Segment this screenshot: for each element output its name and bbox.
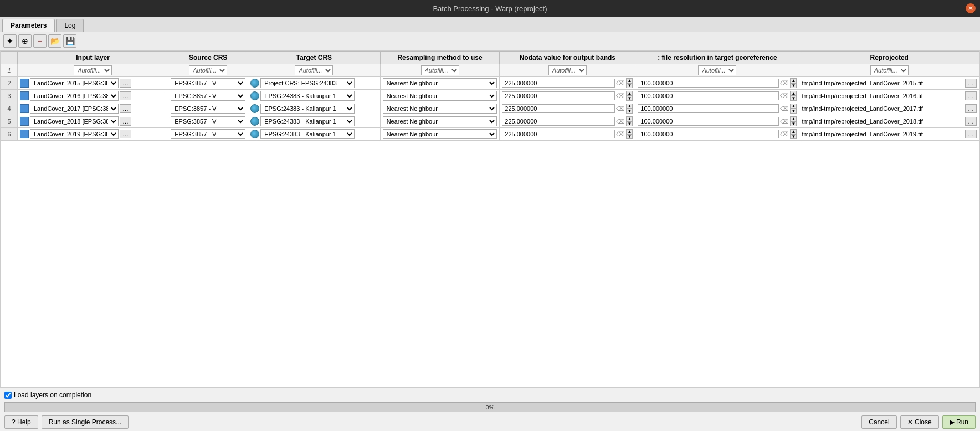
row6-source-crs-select[interactable]: EPSG:3857 - V [171, 129, 245, 139]
row4-resolution-clear[interactable]: ⌫ [780, 105, 789, 112]
add-row-button[interactable]: ✦ [3, 34, 17, 48]
row5-reprojected-browse[interactable]: … [965, 117, 977, 126]
row2-resolution[interactable]: ⌫ ▲ ▼ [635, 77, 799, 90]
row2-nodata-clear[interactable]: ⌫ [616, 80, 625, 87]
center-button[interactable]: ⊕ [18, 34, 32, 48]
row6-resolution-down[interactable]: ▼ [790, 134, 797, 139]
autofill-reprojected[interactable]: Autofill... [799, 64, 979, 77]
window-close-button[interactable]: ✕ [966, 3, 976, 13]
autofill-source-crs-select[interactable]: Autofill... [189, 65, 227, 75]
row6-resampling[interactable]: Nearest Neighbour [380, 128, 500, 141]
row2-resampling[interactable]: Nearest Neighbour [380, 77, 500, 90]
row3-reprojected-browse[interactable]: … [965, 91, 977, 100]
row2-resolution-down[interactable]: ▼ [790, 83, 797, 88]
autofill-resolution-select[interactable]: Autofill... [698, 65, 736, 75]
row5-nodata-down[interactable]: ▼ [626, 121, 633, 126]
row4-source-crs-select[interactable]: EPSG:3857 - V [171, 104, 245, 114]
row5-nodata-input[interactable] [502, 117, 615, 126]
row2-nodata-input[interactable] [502, 79, 615, 88]
row4-nodata-up[interactable]: ▲ [626, 104, 633, 109]
row2-reprojected[interactable]: tmp/ind-tmp/reprojected_LandCover_2015.t… [799, 77, 979, 90]
row2-nodata-down[interactable]: ▼ [626, 83, 633, 88]
close-button[interactable]: ✕ Close [900, 415, 939, 429]
row4-resolution-input[interactable] [638, 104, 779, 113]
row6-resampling-select[interactable]: Nearest Neighbour [383, 129, 497, 139]
run-single-process-button[interactable]: Run as Single Process... [42, 415, 129, 429]
row2-input-layer-select[interactable]: LandCover_2015 [EPSG:3857] [30, 78, 119, 88]
row3-input-layer[interactable]: LandCover_2016 [EPSG:3857] … [18, 90, 168, 102]
row4-nodata[interactable]: ⌫ ▲ ▼ [500, 102, 635, 115]
row2-source-crs-select[interactable]: EPSG:3857 - V [171, 78, 245, 88]
help-button[interactable]: ? Help [4, 415, 38, 429]
row4-resampling-select[interactable]: Nearest Neighbour [383, 104, 497, 114]
row5-input-layer-select[interactable]: LandCover_2018 [EPSG:3857] [30, 116, 119, 126]
row6-nodata[interactable]: ⌫ ▲ ▼ [500, 128, 635, 141]
row6-resolution-input[interactable] [638, 130, 779, 138]
row5-input-layer[interactable]: LandCover_2018 [EPSG:3857] … [18, 115, 168, 128]
autofill-nodata-select[interactable]: Autofill... [548, 65, 587, 75]
row3-target-crs[interactable]: EPSG:24383 - Kalianpur 1 [248, 90, 381, 102]
row3-nodata-down[interactable]: ▼ [626, 96, 633, 101]
row4-input-layer[interactable]: LandCover_2017 [EPSG:3857] … [18, 102, 168, 115]
row2-source-crs[interactable]: EPSG:3857 - V [168, 77, 248, 90]
row4-target-crs[interactable]: EPSG:24383 - Kalianpur 1 [248, 102, 381, 115]
row4-input-layer-select[interactable]: LandCover_2017 [EPSG:3857] [30, 104, 119, 114]
row5-source-crs[interactable]: EPSG:3857 - V [168, 115, 248, 128]
row5-target-crs-select[interactable]: EPSG:24383 - Kalianpur 1 [260, 116, 355, 126]
row3-resampling-select[interactable]: Nearest Neighbour [383, 91, 497, 101]
row3-nodata[interactable]: ⌫ ▲ ▼ [500, 90, 635, 102]
load-layers-label[interactable]: Load layers on completion [4, 391, 91, 399]
row4-resolution-down[interactable]: ▼ [790, 109, 797, 114]
row6-nodata-clear[interactable]: ⌫ [616, 131, 625, 138]
row2-input-browse-button[interactable]: … [120, 79, 131, 88]
row6-reprojected-browse[interactable]: … [965, 130, 977, 138]
row3-input-browse-button[interactable]: … [120, 91, 131, 100]
row4-resolution-up[interactable]: ▲ [790, 104, 797, 109]
row5-resolution-down[interactable]: ▼ [790, 121, 797, 126]
row2-target-crs[interactable]: Project CRS: EPSG:24383 [248, 77, 381, 90]
row4-target-crs-select[interactable]: EPSG:24383 - Kalianpur 1 [260, 104, 355, 114]
row4-reprojected-browse[interactable]: … [965, 104, 977, 113]
row6-target-crs-select[interactable]: EPSG:24383 - Kalianpur 1 [260, 129, 355, 139]
row2-input-layer[interactable]: LandCover_2015 [EPSG:3857] … [18, 77, 168, 90]
row3-resolution-up[interactable]: ▲ [790, 91, 797, 96]
autofill-input-layer[interactable]: Autofill... [18, 64, 168, 77]
row5-resolution-up[interactable]: ▲ [790, 116, 797, 121]
row5-reprojected[interactable]: tmp/ind-tmp/reprojected_LandCover_2018.t… [799, 115, 979, 128]
row3-input-layer-select[interactable]: LandCover_2016 [EPSG:3857] [30, 91, 119, 101]
row5-resampling-select[interactable]: Nearest Neighbour [383, 116, 497, 126]
load-layers-checkbox[interactable] [4, 392, 12, 399]
row3-source-crs-select[interactable]: EPSG:3857 - V [171, 91, 245, 101]
row6-nodata-input[interactable] [502, 130, 615, 138]
autofill-resampling[interactable]: Autofill... [380, 64, 500, 77]
row6-target-crs[interactable]: EPSG:24383 - Kalianpur 1 [248, 128, 381, 141]
row3-resolution[interactable]: ⌫ ▲ ▼ [635, 90, 799, 102]
autofill-resampling-select[interactable]: Autofill... [421, 65, 459, 75]
row4-nodata-clear[interactable]: ⌫ [616, 105, 625, 112]
row4-nodata-input[interactable] [502, 104, 615, 113]
row2-resolution-input[interactable] [638, 79, 779, 88]
run-button[interactable]: ▶ Run [942, 415, 976, 429]
row6-reprojected[interactable]: tmp/ind-tmp/reprojected_LandCover_2019.t… [799, 128, 979, 141]
autofill-input-layer-select[interactable]: Autofill... [74, 65, 112, 75]
row6-input-layer-select[interactable]: LandCover_2019 [EPSG:3857] [30, 129, 119, 139]
row5-nodata[interactable]: ⌫ ▲ ▼ [500, 115, 635, 128]
row5-nodata-clear[interactable]: ⌫ [616, 118, 625, 125]
autofill-nodata[interactable]: Autofill... [500, 64, 635, 77]
remove-row-button[interactable]: − [33, 34, 47, 48]
row3-nodata-clear[interactable]: ⌫ [616, 93, 625, 100]
tab-log[interactable]: Log [56, 19, 84, 32]
row5-resolution[interactable]: ⌫ ▲ ▼ [635, 115, 799, 128]
row5-resampling[interactable]: Nearest Neighbour [380, 115, 500, 128]
row5-target-crs[interactable]: EPSG:24383 - Kalianpur 1 [248, 115, 381, 128]
row3-resampling[interactable]: Nearest Neighbour [380, 90, 500, 102]
row2-nodata-up[interactable]: ▲ [626, 78, 633, 83]
autofill-resolution[interactable]: Autofill... [635, 64, 799, 77]
row6-input-browse-button[interactable]: … [120, 130, 131, 138]
open-button[interactable]: 📂 [48, 34, 61, 48]
row4-resampling[interactable]: Nearest Neighbour [380, 102, 500, 115]
row5-source-crs-select[interactable]: EPSG:3857 - V [171, 116, 245, 126]
row3-target-crs-select[interactable]: EPSG:24383 - Kalianpur 1 [260, 91, 355, 101]
row4-resolution[interactable]: ⌫ ▲ ▼ [635, 102, 799, 115]
tab-parameters[interactable]: Parameters [2, 19, 55, 32]
